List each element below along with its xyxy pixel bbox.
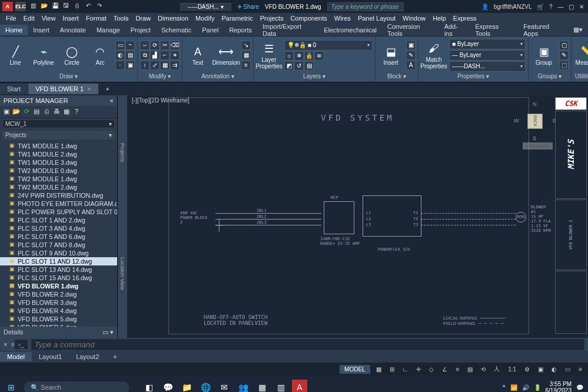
layout-tab-model[interactable]: Model [0,352,32,361]
pm-file-item[interactable]: PLC SLOT 11 AND 12.dwg [0,257,117,265]
ribbon-tab-panel[interactable]: Panel [197,25,224,35]
pm-project-icon[interactable]: ▤ [32,108,41,116]
qat-plot-icon[interactable]: ⎙ [73,2,81,11]
pm-file-item[interactable]: VFD BLOWER 2.dwg [0,290,117,298]
menu-modify[interactable]: Modify [192,15,218,22]
text-button[interactable]: AText [185,43,211,67]
match-properties-button[interactable]: 🖌Match Properties [421,40,447,71]
ribbon-tab-electromechanical[interactable]: Electromechanical [318,25,382,35]
explode-icon[interactable]: ✶ [170,51,180,60]
close-button[interactable]: ✕ [579,4,584,10]
panel-title-annotation[interactable]: Annotation ▾ [185,72,251,81]
qat-open-icon[interactable]: 📂 [40,2,48,11]
linetype-combo[interactable]: ------DASH...▾ [449,61,526,72]
panel-title-properties[interactable]: Properties ▾ [421,72,526,81]
measure-button[interactable]: 📏Measure [574,43,588,67]
stretch-icon[interactable]: ↕ [140,61,150,70]
taskbar-search[interactable]: 🔍 Search [24,381,129,393]
status-model-button[interactable]: MODEL [340,365,370,374]
ribbon-tab-annotate[interactable]: Annotate [55,25,91,35]
status-hardware-icon[interactable]: ◐ [549,366,559,373]
menu-format[interactable]: Format [82,15,110,22]
layer-freeze-icon[interactable]: ❄ [294,51,304,61]
pm-file-item[interactable]: PLC POWER SUPPLY AND SLOT 0.dwg [0,208,117,216]
tray-volume-icon[interactable]: 🔊 [522,384,529,391]
new-tab-button[interactable]: + [99,84,117,94]
status-polar-icon[interactable]: ✛ [414,366,423,373]
panel-title-utilities[interactable]: Utilities ▾ [574,72,588,81]
edit-block-icon[interactable]: ✎ [406,51,416,60]
arc-button[interactable]: ◠Arc [87,43,113,67]
menu-draw[interactable]: Draw [132,15,154,22]
tray-notifications-icon[interactable]: 💬 [576,384,583,391]
panel-title-block[interactable]: Block ▾ [378,72,416,81]
help-search-input[interactable]: Type a keyword or phrase [327,2,404,11]
erase-icon[interactable]: ⌫ [170,41,180,50]
pm-file-item[interactable]: PLC SLOT 5 AND 6.dwg [0,232,117,241]
ribbon-tab-manage[interactable]: Manage [91,25,125,35]
rect-icon[interactable]: ▭ [115,41,125,50]
start-button[interactable]: ⊞ [5,381,18,392]
trim-icon[interactable]: ✂ [160,41,170,50]
panel-title-draw[interactable]: Draw ▾ [2,72,135,81]
panel-title-groups[interactable]: Groups ▾ [531,72,569,81]
polyline-button[interactable]: ⌁Polyline [31,43,57,67]
pm-details-label[interactable]: Details [4,328,24,336]
qat-new-icon[interactable]: ▥ [29,2,37,11]
mirror-icon[interactable]: ▟ [150,51,160,60]
status-ortho-icon[interactable]: ∟ [400,366,411,373]
insert-block-button[interactable]: ⬓Insert [378,43,404,67]
layer-match-icon[interactable]: ≋ [314,51,324,61]
status-annoscale-icon[interactable]: 人 [491,364,502,374]
task-view-icon[interactable]: ◧ [141,380,157,392]
tray-clock[interactable]: 3:55 PM 6/19/2023 [546,381,572,392]
cmdline-close-icon[interactable]: × [4,341,7,348]
taskbar-app1-icon[interactable]: ▦ [254,380,270,392]
layout-tab-2[interactable]: Layout2 [69,352,106,361]
status-snap-icon[interactable]: ⊞ [387,366,397,373]
pm-open-icon[interactable]: 📂 [12,108,21,116]
close-tab-icon[interactable]: × [87,85,91,92]
pm-file-item[interactable]: VFD BLOWER 5.dwg [0,315,117,323]
palette-tab-projects[interactable]: Projects [119,138,125,167]
drawing-canvas[interactable]: [-][Top][2D Wireframe] ┼ VFD SYSTEM 480 … [127,95,588,338]
linetype-quick[interactable]: -----DASH... ▾ [180,3,231,11]
group-button[interactable]: ▣Group [531,43,557,67]
taskbar-app2-icon[interactable]: ▥ [273,380,288,392]
status-scale[interactable]: 1:1 [506,366,519,373]
layer-iso-icon[interactable]: ◩ [284,61,294,71]
qat-saveas-icon[interactable]: 🖫 [62,2,70,11]
ribbon-tab-import-export[interactable]: Import/Export Data [257,21,318,39]
layer-properties-button[interactable]: ☰Layer Properties [256,40,282,71]
pm-file-item[interactable]: PLC SLOT 3 AND 4.dwg [0,224,117,232]
pm-file-item[interactable]: PLC SLOT 7 AND 8.dwg [0,241,117,249]
array-icon[interactable]: ▦ [160,61,170,70]
layer-off-icon[interactable]: ☼ [284,51,294,61]
share-button[interactable]: ✈ Share [237,4,259,10]
pm-details-toggle-icon[interactable]: ▭ ▾ [102,328,114,336]
menu-tools[interactable]: Tools [110,15,132,22]
pm-new-icon[interactable]: ▣ [2,108,11,116]
minimize-button[interactable]: — [557,4,563,10]
region-icon[interactable]: ▣ [125,61,135,70]
status-gear-icon[interactable]: ⚙ [522,366,532,373]
mtext-icon[interactable]: ≡ [241,61,251,70]
rotate-icon[interactable]: ⟳ [150,41,160,50]
menu-dimension[interactable]: Dimension [154,15,192,22]
pm-plot-icon[interactable]: 🖶 [52,108,61,116]
move-icon[interactable]: ↔ [140,41,150,50]
maximize-button[interactable]: ▢ [569,4,574,10]
ribbon-tab-more-icon[interactable]: ▦▾ [568,24,588,35]
status-clean-icon[interactable]: ▭ [563,366,573,373]
group-edit-icon[interactable]: ✎ [559,51,569,60]
qat-redo-icon[interactable]: ↷ [95,2,104,11]
ribbon-tab-conversion[interactable]: Conversion Tools [382,21,439,39]
pm-close-icon[interactable]: × [110,97,114,104]
palette-tab-location[interactable]: Location View [119,253,125,295]
pm-section-header[interactable]: Projects▾ [2,131,115,139]
doc-tab-start[interactable]: Start [0,84,28,94]
menu-parametric[interactable]: Parametric [218,15,256,22]
menu-view[interactable]: View [38,15,59,22]
pm-refresh-icon[interactable]: ⟳ [22,108,31,116]
layout-tab-1[interactable]: Layout1 [32,352,69,361]
